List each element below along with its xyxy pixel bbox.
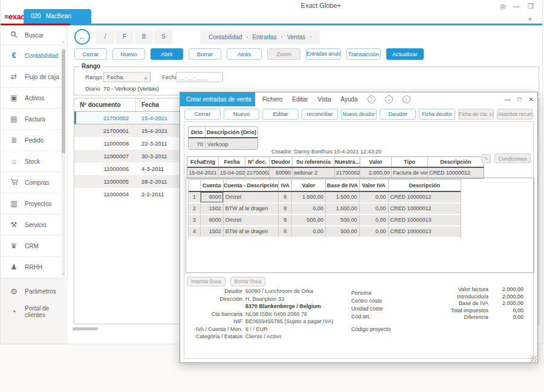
cell-valor: 0,00 bbox=[292, 227, 326, 237]
attachment-icon[interactable]: ✎ bbox=[482, 154, 491, 163]
borrar-button[interactable]: Borrar bbox=[189, 48, 221, 60]
diario-label: Diario bbox=[85, 85, 100, 92]
app-menu-icon[interactable]: ◎ bbox=[497, 1, 508, 11]
sidebar-scrollbar-thumb[interactable] bbox=[62, 50, 65, 153]
sidebar-scroll-up-icon[interactable]: ⌃ bbox=[60, 41, 66, 47]
total-impuestos-value: 0,00 bbox=[488, 307, 523, 315]
expand-circle-icon[interactable]: ⌄ bbox=[385, 95, 393, 103]
sidebar-item-label: Servicio bbox=[25, 222, 47, 228]
minimize-icon[interactable]: — bbox=[511, 1, 522, 11]
wrench-icon bbox=[9, 220, 19, 229]
nav-shortcut-b[interactable]: B bbox=[135, 30, 153, 44]
company-code: 020 bbox=[31, 13, 41, 19]
sidebar: Buscar Contabilidad Flujo de caja Activo… bbox=[1, 25, 68, 344]
entry-line-row[interactable]: 4 1502 BTW af te dragen 8 0,00 500,00 0,… bbox=[189, 227, 461, 238]
cell-valor: 0,00 bbox=[292, 204, 326, 214]
entry-line-row[interactable]: 2 1502 BTW af te dragen 8 0,00 1.500,00 … bbox=[189, 204, 461, 215]
info-circle-icon[interactable]: i bbox=[403, 95, 410, 103]
entry-line-row[interactable]: 3 8000 Omzet 8 500,00 500,00 0,00 CRED 1… bbox=[189, 215, 461, 227]
entradas-anuladas-button[interactable]: Entradas anuladas bbox=[306, 48, 341, 60]
sidebar-item-portal-de-clientes[interactable]: Portal de clientes bbox=[1, 301, 68, 321]
sidebar-item-stock[interactable]: Stock bbox=[1, 151, 68, 172]
gear-icon bbox=[9, 287, 19, 296]
sidebar-item-pedido[interactable]: Pedido bbox=[1, 130, 68, 151]
dialog-reconciliar-button[interactable]: reconciliar bbox=[302, 109, 338, 120]
entry-header-row[interactable]: 15-04-2021 15-04-2021 21700002 60090 web… bbox=[187, 168, 484, 178]
dialog-deudor-button[interactable]: Deudor bbox=[380, 109, 416, 120]
breadcrumb-contabilidad[interactable]: Contabilidad bbox=[209, 34, 242, 40]
insertar-linea-button[interactable]: Insertar línea bbox=[187, 277, 225, 286]
menu-ayuda[interactable]: Ayuda bbox=[341, 96, 358, 103]
rango-select[interactable]: Fecha ∨ bbox=[103, 72, 151, 82]
breadcrumb-ventas[interactable]: Ventas bbox=[287, 34, 306, 40]
atras-button[interactable]: Atrás bbox=[227, 48, 262, 60]
borrar-linea-button[interactable]: Borrar línea bbox=[230, 277, 265, 286]
cell-base-de-iva: 1.500,00 bbox=[326, 204, 360, 214]
back-button[interactable]: ← bbox=[74, 29, 90, 45]
nav-shortcut-root[interactable]: / bbox=[96, 30, 114, 44]
dialog-asientos-recurrentes-button[interactable]: Asientos recurrentes bbox=[497, 109, 533, 120]
dialog-cerrar-button[interactable]: Cerrar bbox=[184, 109, 221, 120]
menu-vista[interactable]: Vista bbox=[317, 96, 331, 103]
col-iva: IVA bbox=[279, 180, 292, 191]
sidebar-item-label: Compras bbox=[25, 179, 50, 186]
new-tab-button[interactable]: + bbox=[525, 14, 535, 24]
cell-cuenta[interactable]: 8000 bbox=[201, 192, 224, 202]
cell-base-de-iva: 500,00 bbox=[326, 227, 360, 237]
col-cuenta: Cuenta bbox=[201, 180, 224, 191]
sidebar-item-flujo-de-caja[interactable]: Flujo de caja bbox=[1, 66, 68, 88]
resize-grip[interactable] bbox=[531, 356, 537, 362]
nav-shortcut-f[interactable]: F bbox=[115, 30, 134, 44]
dialog-ficha-deudor-button[interactable]: Ficha deudor bbox=[419, 109, 455, 120]
collapse-circle-icon[interactable]: ⌃ bbox=[368, 95, 375, 103]
entry-line-row[interactable]: 1 8000 Omzet 8 1.500,00 1.500,00 0,00 CR… bbox=[189, 192, 461, 204]
cashflow-icon bbox=[9, 72, 19, 81]
cell-base-de-iva: 1.500,00 bbox=[326, 192, 360, 202]
abrir-button[interactable]: Abrir bbox=[151, 48, 183, 60]
dialog-editar-button[interactable]: Editar bbox=[262, 109, 299, 120]
sidebar-item-activos[interactable]: Activos bbox=[1, 88, 68, 109]
cerrar-button[interactable]: Cerrar bbox=[74, 48, 107, 60]
condiciones-button[interactable]: Condiciones bbox=[494, 153, 531, 163]
transaccion-button[interactable]: Transacción bbox=[346, 48, 381, 60]
dialog-maximize-icon[interactable]: □ bbox=[518, 96, 522, 103]
menu-editar[interactable]: Editar bbox=[292, 96, 308, 103]
nuevo-button[interactable]: Nuevo bbox=[112, 48, 145, 60]
dialog-titlebar[interactable]: Crear entradas de venta Fichero Editar V… bbox=[180, 92, 537, 106]
sidebar-item-rrhh[interactable]: RRHH bbox=[1, 257, 68, 278]
zoom-button[interactable]: Zoom bbox=[267, 48, 300, 60]
restore-icon[interactable]: ❐ bbox=[525, 1, 536, 11]
cta-bancaria-label: Cta bancaria bbox=[189, 310, 242, 318]
sidebar-item-proyectos[interactable]: Proyectos bbox=[1, 193, 68, 214]
dialog-minimize-icon[interactable]: — bbox=[505, 96, 511, 103]
sidebar-item-label: Proyectos bbox=[25, 201, 51, 207]
sidebar-item-parametros[interactable]: Parámetros bbox=[1, 281, 68, 301]
horizontal-scrollbar-thumb[interactable] bbox=[73, 327, 98, 330]
dialog-close-icon[interactable]: ✕ bbox=[529, 96, 534, 103]
dialog-nuevo-button[interactable]: Nuevo bbox=[224, 109, 260, 120]
deudor-label: Deudor bbox=[189, 288, 242, 295]
diferencia-value: 0,00 bbox=[488, 314, 523, 321]
sidebar-item-contabilidad[interactable]: Contabilidad bbox=[1, 45, 68, 66]
fecha-input[interactable]: __-__-____ bbox=[176, 72, 223, 82]
sidebar-item-crm[interactable]: CRM bbox=[1, 236, 68, 257]
journal-row[interactable]: 70 Verkoop bbox=[189, 138, 257, 149]
actualizar-button[interactable]: Actualizar bbox=[386, 48, 424, 60]
sidebar-item-buscar[interactable]: Buscar bbox=[1, 25, 67, 45]
nav-shortcut-s[interactable]: S bbox=[154, 30, 172, 44]
menu-fichero[interactable]: Fichero bbox=[262, 96, 282, 103]
categoria-estatus-value: Cliente / Activo bbox=[242, 333, 282, 341]
sidebar-item-factura[interactable]: Factura bbox=[1, 109, 68, 130]
portal-icon bbox=[9, 307, 19, 316]
sidebar-scroll-down-icon[interactable]: ⌄ bbox=[60, 270, 66, 275]
sidebar-item-servicio[interactable]: Servicio bbox=[1, 214, 68, 236]
valor-factura-value: 2.000,00 bbox=[488, 286, 523, 294]
column-header-ndocumento[interactable]: Nº documento bbox=[74, 98, 136, 111]
company-tab[interactable]: 020MacBean bbox=[24, 9, 91, 24]
breadcrumb-entradas[interactable]: Entradas bbox=[253, 34, 277, 40]
sidebar-item-compras[interactable]: Compras bbox=[1, 172, 68, 193]
cell-ndocumento: 11000008 bbox=[74, 140, 136, 147]
dialog-nuevo-deudor-button[interactable]: Nuevo deudor bbox=[341, 109, 377, 120]
cell-ndocumento: 11000007 bbox=[74, 153, 136, 159]
dialog-ficha-cta-cont-button[interactable]: Ficha de cta. cont. bbox=[458, 109, 494, 120]
